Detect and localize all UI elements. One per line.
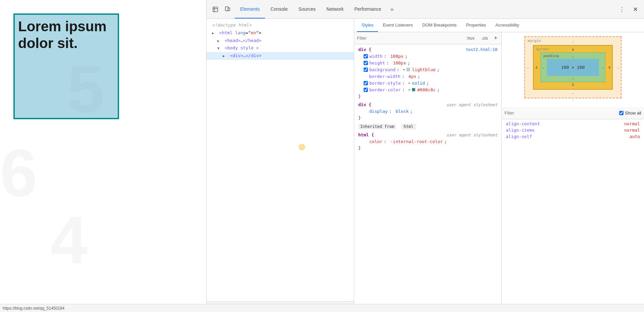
- url-text: https://blog.csdn.net/qq_51450194: [3, 306, 64, 311]
- tab-dom-breakpoints[interactable]: DOM Breakpoints: [418, 19, 462, 32]
- margin-top-val[interactable]: –: [572, 40, 574, 44]
- css-source-html-ua: user agent stylesheet: [446, 133, 497, 137]
- tab-accessibility[interactable]: Accessibility: [491, 19, 524, 32]
- tree-triangle-div[interactable]: [223, 52, 227, 59]
- css-source-1[interactable]: test2.html:10: [466, 47, 497, 52]
- border-label: border: [536, 47, 550, 51]
- lorem-text: Lorem ipsum dolor sit.: [18, 18, 107, 51]
- styles-panel: Styles Event Listeners DOM Breakpoints P…: [354, 19, 644, 312]
- margin-label: margin: [528, 39, 541, 43]
- html-line-head[interactable]: <head>…</head>: [207, 37, 354, 45]
- box-model-container: margin – – – – border 4 4: [502, 32, 644, 107]
- css-selector-html[interactable]: html {: [358, 132, 374, 137]
- device-toolbar-button[interactable]: [221, 3, 233, 15]
- border-color-triangle[interactable]: ►: [409, 88, 411, 91]
- margin-bottom-area: –: [506, 98, 640, 103]
- html-line-html[interactable]: <html lang="en">: [207, 29, 354, 37]
- background-color-swatch[interactable]: [407, 68, 410, 71]
- css-rules-area: :hov .cls + div { test2.html:10: [354, 32, 502, 312]
- close-devtools-button[interactable]: ✕: [629, 3, 641, 15]
- padding-label: padding: [543, 54, 559, 58]
- rule-selector-line-1: div { test2.html:10: [354, 46, 501, 53]
- border-bottom-val[interactable]: 4: [572, 83, 574, 87]
- devtools-panel: Elements Console Sources Network Perform…: [206, 0, 644, 312]
- rule-close-brace-html: }: [354, 145, 501, 151]
- tab-elements[interactable]: Elements: [235, 0, 265, 18]
- svg-rect-0: [213, 7, 218, 12]
- show-all-label[interactable]: Show all: [619, 110, 641, 116]
- checkbox-width[interactable]: [364, 54, 368, 58]
- css-prop-color: color : -internal-root-color ;: [354, 138, 501, 145]
- computed-props-list: align-content normal align-items normal …: [502, 119, 644, 141]
- border-color-swatch[interactable]: [412, 88, 415, 91]
- devtools-tabs: Elements Console Sources Network Perform…: [235, 0, 616, 18]
- show-all-checkbox[interactable]: [619, 111, 624, 115]
- devtools-content: <!doctype html> <html lang="en"> <head>……: [207, 19, 644, 312]
- url-bar: https://blog.csdn.net/qq_51450194: [0, 304, 644, 312]
- margin-bottom-val[interactable]: –: [572, 91, 574, 95]
- css-selector-div-ua[interactable]: div {: [358, 102, 371, 107]
- border-right-val[interactable]: 4: [608, 65, 610, 70]
- tab-network[interactable]: Network: [321, 0, 349, 18]
- tree-triangle-body[interactable]: [217, 45, 222, 52]
- margin-right-val[interactable]: –: [617, 65, 619, 70]
- more-tabs-button[interactable]: »: [387, 4, 397, 15]
- tree-triangle-head[interactable]: [217, 37, 222, 44]
- inherited-element-tag[interactable]: html: [401, 124, 416, 130]
- padding-bottom-val[interactable]: –: [572, 76, 574, 80]
- margin-left-val[interactable]: –: [527, 65, 529, 70]
- html-line-div[interactable]: <div>…</div>: [207, 52, 354, 60]
- styles-filter-input[interactable]: [357, 36, 462, 41]
- tab-performance[interactable]: Performance: [349, 0, 386, 18]
- html-line-body[interactable]: <body style >: [207, 44, 354, 52]
- css-selector-div[interactable]: div {: [358, 47, 371, 52]
- add-style-rule-button[interactable]: +: [492, 35, 499, 42]
- devtools-toolbar: Elements Console Sources Network Perform…: [207, 0, 644, 19]
- border-style-triangle[interactable]: ►: [409, 81, 411, 85]
- cls-button[interactable]: .cls: [479, 35, 490, 41]
- css-prop-height: height : 100px ;: [354, 59, 501, 66]
- tab-event-listeners[interactable]: Event Listeners: [378, 19, 418, 32]
- box-model-border: border 4 4 4 4 padding –: [533, 45, 613, 90]
- background-triangle[interactable]: ►: [404, 68, 405, 71]
- box-model-area: margin – – – – border 4 4: [502, 32, 644, 312]
- settings-button[interactable]: ⋮: [616, 3, 628, 15]
- rule-selector-line-2: div { user agent stylesheet: [354, 101, 501, 108]
- devtools-toolbar-right: ⋮ ✕: [616, 3, 641, 15]
- checkbox-border-style[interactable]: [364, 81, 368, 85]
- tab-console[interactable]: Console: [265, 0, 293, 18]
- tab-styles[interactable]: Styles: [357, 19, 378, 32]
- computed-prop-align-self[interactable]: align-self auto: [502, 133, 644, 140]
- svg-rect-3: [225, 7, 228, 11]
- box-model-content[interactable]: 100 × 100: [547, 59, 599, 76]
- css-rules: div { test2.html:10 width : 100px ;: [354, 44, 501, 312]
- html-tree[interactable]: <!doctype html> <html lang="en"> <head>……: [207, 19, 354, 301]
- computed-prop-align-items[interactable]: align-items normal: [502, 127, 644, 133]
- html-line-doctype: <!doctype html>: [207, 21, 354, 29]
- rule-close-brace-2: }: [354, 115, 501, 121]
- tree-triangle-html[interactable]: [212, 30, 217, 37]
- inherited-header: Inherited from html: [354, 122, 501, 131]
- hov-button[interactable]: :hov: [464, 35, 477, 41]
- css-rule-html-ua: html { user agent stylesheet color : -in…: [354, 131, 501, 151]
- box-model-padding: padding – – – – 100 × 100: [540, 52, 605, 82]
- checkbox-background[interactable]: [364, 68, 368, 72]
- border-top-val[interactable]: 4: [572, 48, 574, 52]
- checkbox-height[interactable]: [364, 61, 368, 65]
- computed-properties-area[interactable]: align-content normal align-items normal …: [502, 119, 644, 312]
- css-prop-display: display : block ;: [354, 108, 501, 115]
- css-prop-border-style: border-style : ► solid ;: [354, 80, 501, 86]
- padding-left-val[interactable]: –: [542, 65, 544, 70]
- styles-tabs: Styles Event Listeners DOM Breakpoints P…: [354, 19, 644, 32]
- css-prop-width: width : 100px ;: [354, 53, 501, 59]
- inspect-element-button[interactable]: [209, 3, 221, 15]
- computed-filter-input[interactable]: [504, 110, 616, 116]
- computed-prop-align-content[interactable]: align-content normal: [502, 121, 644, 127]
- tab-sources[interactable]: Sources: [293, 0, 321, 18]
- tab-properties[interactable]: Properties: [462, 19, 491, 32]
- checkbox-border-color[interactable]: [364, 88, 368, 92]
- padding-top-val[interactable]: –: [572, 54, 574, 58]
- padding-right-val[interactable]: –: [602, 65, 604, 70]
- border-left-val[interactable]: 4: [535, 65, 538, 70]
- css-prop-border-width: border-width : 4px ;: [354, 73, 501, 80]
